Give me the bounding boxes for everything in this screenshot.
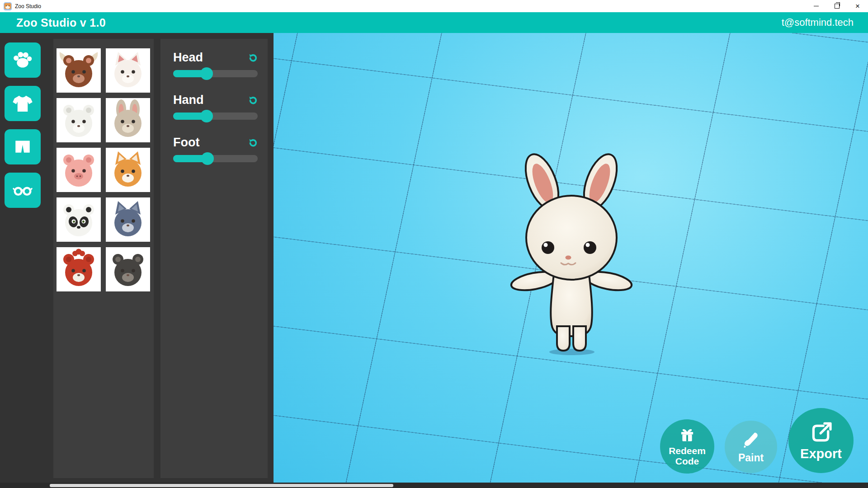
gift-icon xyxy=(678,427,696,445)
close-button[interactable]: × xyxy=(847,0,868,12)
animal-thumbnail-rooster[interactable] xyxy=(57,247,101,291)
rabbit-portrait xyxy=(106,98,150,142)
wolf-portrait xyxy=(106,197,150,242)
close-icon: × xyxy=(855,2,860,10)
slider-row-hand: Hand xyxy=(160,93,268,120)
paw-icon xyxy=(12,49,33,71)
app-header: Zoo Studio v 1.0 t@softmind.tech xyxy=(0,12,868,33)
gorilla-portrait xyxy=(106,247,150,291)
window-title: Zoo Studio xyxy=(15,3,806,9)
animal-thumbnail-polar-bear[interactable] xyxy=(57,98,101,142)
animal-gallery-panel xyxy=(53,39,154,478)
reset-icon[interactable] xyxy=(248,95,258,105)
bull-portrait xyxy=(57,48,101,93)
sidebar-item-glasses[interactable] xyxy=(5,173,41,208)
export-button[interactable]: Export xyxy=(788,408,854,473)
character-rabbit xyxy=(506,149,642,357)
animal-thumbnail-rabbit[interactable] xyxy=(106,98,150,142)
pig-portrait xyxy=(57,148,101,192)
horizontal-scrollbar-thumb[interactable] xyxy=(50,484,393,487)
sidebar-item-pants[interactable] xyxy=(5,129,41,164)
os-titlebar: Zoo Studio × xyxy=(0,0,868,12)
animal-thumbnail-wolf[interactable] xyxy=(106,197,150,242)
viewport-3d[interactable]: Redeem Code Paint Export xyxy=(274,33,868,483)
rooster-portrait xyxy=(57,247,101,291)
animal-thumbnail-gorilla[interactable] xyxy=(106,247,150,291)
animal-thumbnail-pig[interactable] xyxy=(57,148,101,192)
slider-track-head[interactable] xyxy=(173,70,258,77)
sidebar-item-shirts[interactable] xyxy=(5,86,41,121)
slider-header: Head xyxy=(173,51,258,65)
redeem-code-button[interactable]: Redeem Code xyxy=(660,419,714,474)
glasses-icon xyxy=(12,179,33,201)
character-shadow xyxy=(549,349,594,355)
app-title: Zoo Studio v 1.0 xyxy=(16,16,106,29)
export-icon xyxy=(808,420,834,446)
slider-handle-hand[interactable] xyxy=(200,110,213,122)
shirt-icon xyxy=(12,93,33,114)
animal-thumbnail-panda[interactable] xyxy=(57,197,101,242)
animal-thumbnail-cat[interactable] xyxy=(106,48,150,93)
paint-button[interactable]: Paint xyxy=(725,421,777,473)
bottom-scrollbar-track xyxy=(0,483,868,488)
slider-header: Hand xyxy=(173,93,258,107)
polar-bear-portrait xyxy=(57,98,101,142)
animal-gallery-grid xyxy=(53,39,154,291)
cat-portrait xyxy=(106,48,150,93)
restore-icon xyxy=(835,4,840,9)
reset-icon[interactable] xyxy=(248,138,258,148)
panda-portrait xyxy=(57,197,101,242)
slider-track-hand[interactable] xyxy=(173,113,258,120)
body-sliders-panel: Head Hand Foot xyxy=(160,39,268,478)
animal-thumbnail-bull[interactable] xyxy=(57,48,101,93)
reset-icon[interactable] xyxy=(248,53,258,63)
minimize-button[interactable] xyxy=(806,0,826,12)
paint-label: Paint xyxy=(738,452,764,464)
restore-button[interactable] xyxy=(826,0,847,12)
animal-thumbnail-shiba[interactable] xyxy=(106,148,150,192)
redeem-code-label: Redeem Code xyxy=(668,446,707,466)
slider-row-head: Head xyxy=(160,51,268,77)
slider-row-foot: Foot xyxy=(160,136,268,162)
paintbrush-icon xyxy=(741,430,761,450)
shorts-icon xyxy=(12,136,33,158)
slider-track-foot[interactable] xyxy=(173,155,258,162)
export-label: Export xyxy=(800,446,842,461)
slider-label-foot: Foot xyxy=(173,136,199,150)
account-email: t@softmind.tech xyxy=(782,17,854,28)
minimize-icon xyxy=(814,6,819,6)
slider-label-head: Head xyxy=(173,51,203,65)
sidebar-item-animals[interactable] xyxy=(5,42,41,78)
shiba-portrait xyxy=(106,148,150,192)
slider-handle-foot[interactable] xyxy=(201,152,214,165)
slider-header: Foot xyxy=(173,136,258,150)
slider-label-hand: Hand xyxy=(173,93,204,107)
slider-handle-head[interactable] xyxy=(200,67,213,80)
app-icon xyxy=(4,2,12,10)
